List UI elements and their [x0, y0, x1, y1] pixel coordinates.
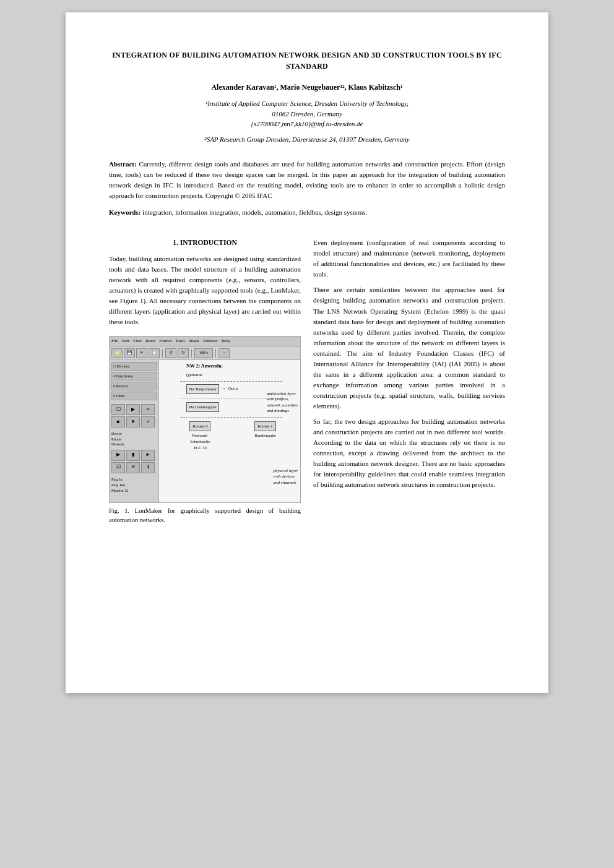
authors: Alexander Karavan¹, Mario Neugebauer¹², …: [109, 83, 505, 92]
left-icon-check: ☑: [111, 462, 125, 473]
dashed-line-top: [180, 381, 282, 382]
sensor-label: Fkt Temp-Sensor: [189, 386, 217, 392]
left-item-1: □ Devices: [111, 362, 157, 371]
left-label-3: Network: [111, 442, 157, 447]
left-icon-act: ▼: [126, 416, 140, 428]
right-p3: So far, the two design approaches for bu…: [313, 416, 505, 490]
keywords-text: integration, information integration, mo…: [142, 208, 367, 216]
knoten1-group: Knoten 1 Handeingabe: [254, 421, 275, 451]
nodes-row: Knoten 0 Netzwerk- Schnittstelle PCC 10 …: [168, 421, 298, 451]
toolbar-btn-zoom: 100%: [194, 348, 213, 358]
out-label: Out p: [228, 385, 238, 392]
toolbar-btn-3: ✂: [136, 348, 147, 358]
arrow-out: →: [221, 385, 227, 393]
menu-shape: Shape: [189, 338, 199, 345]
menu-insert: Insert: [145, 338, 155, 345]
annotation-phy-line2: with devices: [274, 474, 298, 479]
left-label-2: Router: [111, 437, 157, 442]
section1-title: 1. INTRODUCTION: [109, 238, 301, 249]
left-icon-stop: ▮: [126, 450, 140, 461]
abstract-label: Abstract:: [109, 160, 137, 168]
affiliation1-line2: 01062 Dresden, Germany: [109, 109, 505, 119]
annotation-app-line1: application layer: [267, 391, 298, 397]
annotation-app-line3: network variables: [267, 403, 298, 408]
right-column: Even deployment (configuration of real c…: [313, 238, 505, 525]
figure1-caption: Fig. 1. LonMaker for graphically support…: [109, 507, 301, 525]
left-column: 1. INTRODUCTION Today, building automati…: [109, 238, 301, 525]
toolbar-separator2: [191, 349, 192, 358]
left-icon-row-4: ☑ ✕ ℹ: [111, 462, 157, 473]
left-item-2: ▪ Functional: [111, 372, 157, 380]
left-icon-device: ☐: [111, 404, 125, 415]
toolbar-btn-6: ↻: [178, 348, 189, 358]
left-panel-labels: Device Router Network: [111, 431, 157, 447]
keywords-label: Keywords:: [109, 208, 141, 216]
left-icon-row-2: ■ ▼ ✓: [111, 416, 157, 428]
left-icon-info: ℹ: [141, 462, 155, 473]
toolbar-separator: [162, 349, 163, 358]
abstract-text: Currently, different design tools and da…: [109, 160, 505, 199]
device-label: Fkt Handeingabe: [189, 404, 217, 410]
figure-toolbar: 📁 💾 ✂ 📋 ↺ ↻ 100% →: [110, 346, 300, 360]
figure-canvas: NW 2: Anwendu. (gebunde Fkt Temp-Sensor …: [159, 360, 300, 502]
annotation-app-layer: application layer with profiles, network…: [267, 391, 298, 413]
left-label-1: Device: [111, 431, 157, 436]
menu-view: View: [133, 338, 142, 345]
figure-body: □ Devices ▪ Functional ▪ Routers ▪ Links: [110, 360, 300, 502]
knoten0-group: Knoten 0 Netzwerk- Schnittstelle PCC 10: [189, 421, 210, 451]
knoten1-label: Knoten 1: [257, 423, 272, 429]
figure-menubar: File Edit View Insert Format Tools Shape…: [110, 337, 300, 346]
menu-format: Format: [159, 338, 171, 345]
affiliation1-line3: {s2700047,mn7,kk10}@inf.tu-dresden.de: [109, 119, 505, 129]
affiliation1-line1: ¹Institute of Applied Computer Science, …: [109, 98, 505, 109]
figure-left-panel: □ Devices ▪ Functional ▪ Routers ▪ Links: [110, 360, 159, 502]
annotation-phy-layer: physical layer with devices and channels: [274, 468, 298, 485]
left-bottom-2: Plug Test: [111, 483, 157, 488]
right-p1: Even deployment (configuration of real c…: [313, 238, 505, 280]
annotation-phy-line3: and channels: [274, 480, 298, 486]
abstract-section: Abstract: Currently, different design to…: [109, 159, 505, 201]
menu-edit: Edit: [122, 338, 129, 345]
left-icon-misc: ✓: [141, 416, 155, 428]
toolbar-btn-4: 📋: [149, 348, 160, 358]
knoten1-box: Knoten 1: [254, 421, 275, 431]
toolbar-separator3: [215, 349, 216, 358]
left-bottom-1: Plug In: [111, 477, 157, 483]
toolbar-btn-1: 📁: [111, 348, 123, 358]
main-title: INTEGRATION OF BUILDING AUTOMATION NETWO…: [109, 49, 505, 72]
left-item-3: ▪ Routers: [111, 382, 157, 390]
toolbar-btn-5: ↺: [165, 348, 176, 358]
left-bottom-3: Monitor 12: [111, 488, 157, 494]
document-page: INTEGRATION OF BUILDING AUTOMATION NETWO…: [66, 12, 548, 693]
menu-help: Help: [222, 338, 230, 345]
nw-title: NW 2: Anwendu.: [186, 363, 298, 370]
menu-window: Window: [203, 338, 218, 345]
left-icon-cross: ✕: [126, 462, 140, 473]
left-icon-conn: ∞: [141, 404, 155, 415]
annotation-app-line4: and bindings: [267, 408, 298, 414]
nw-subtitle: (gebunde: [186, 372, 298, 379]
left-item-4: ▪ Links: [111, 392, 157, 400]
keywords-section: Keywords: integration, information integ…: [109, 207, 505, 218]
title-section: INTEGRATION OF BUILDING AUTOMATION NETWO…: [109, 49, 505, 144]
handeingabe-label: Handeingabe: [254, 432, 275, 439]
device-box: Fkt Handeingabe: [186, 402, 219, 412]
menu-tools: Tools: [176, 338, 185, 345]
annotation-app-line2: with profiles,: [267, 397, 298, 402]
two-column-section: 1. INTRODUCTION Today, building automati…: [109, 238, 505, 525]
toolbar-btn-2: 💾: [124, 348, 135, 358]
affiliation1: ¹Institute of Applied Computer Science, …: [109, 98, 505, 129]
toolbar-btn-cursor: →: [218, 348, 230, 358]
left-icon-func: ▶: [126, 404, 140, 415]
sensor-box: Fkt Temp-Sensor: [186, 384, 219, 394]
left-bottom-labels: Plug In Plug Test Monitor 12: [111, 477, 157, 494]
section1-paragraph1: Today, building automation networks are …: [109, 254, 301, 327]
left-icon-row-1: ☐ ▶ ∞: [111, 404, 157, 415]
dashed-line-bot: [180, 417, 282, 418]
knoten0-box: Knoten 0: [189, 421, 210, 431]
figure1: File Edit View Insert Format Tools Shape…: [109, 336, 301, 503]
left-icon-sensor: ■: [111, 416, 125, 428]
annotation-phy-line1: physical layer: [274, 468, 298, 474]
left-icon-ff: ►: [141, 450, 155, 461]
affiliation2: ²SAP Research Group Dresden, Dürerstrass…: [109, 134, 505, 145]
